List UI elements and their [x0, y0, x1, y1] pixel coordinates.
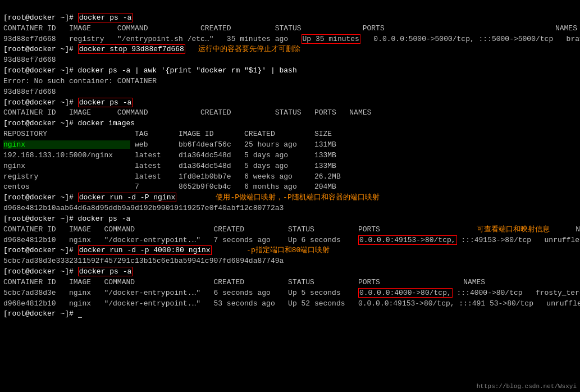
prompt-1: [root@docker ~]# docker ps -a	[3, 13, 133, 22]
stop-output: 93d88ef7d668	[3, 56, 56, 64]
img-centos: centos 7 8652b9f0cb4c 6 months ago 204MB	[3, 183, 336, 191]
container-row-3: 5cbc7ad38d3e nginx "/docker-entrypoint.……	[3, 288, 580, 298]
prompt-2: [root@docker ~]# docker stop 93d88ef7d66…	[3, 44, 300, 54]
prompt-6: [root@docker ~]# docker run -d -P nginx …	[3, 193, 380, 202]
header-line-2: CONTAINER ID IMAGE COMMAND CREATED STATU…	[3, 108, 371, 117]
run-output-2: 5cbc7ad38d3e3332311592f457291c13b15c6e1b…	[3, 257, 284, 265]
prompt-7: [root@docker ~]# docker ps -a	[3, 215, 130, 223]
header-line-3: CONTAINER ID IMAGE COMMAND CREATED STATU…	[3, 225, 580, 234]
prompt-3: [root@docker ~]# docker ps -a | awk '{pr…	[3, 66, 297, 75]
img-registry-nginx: 192.168.133.10:5000/nginx latest d1a364d…	[3, 151, 336, 159]
header-line-1: CONTAINER ID IMAGE COMMAND CREATED STATU…	[3, 24, 577, 33]
run-output-1: d968e4812b10aab64d6a8d95ddb9a9d192b99019…	[3, 204, 284, 212]
prompt-4: [root@docker ~]# docker ps -a	[3, 98, 133, 107]
watermark: https://blog.csdn.net/Wsxyi	[477, 383, 577, 390]
prompt-final: [root@docker ~]# █	[3, 309, 82, 318]
images-header: REPOSITORY TAG IMAGE ID CREATED SIZE	[3, 130, 332, 138]
img-nginx-web: nginx web bb6f4deaf56c 25 hours ago 131M…	[3, 140, 336, 149]
prompt-9: [root@docker ~]# docker ps -a	[3, 267, 133, 276]
img-registry: registry latest 1fd8e1b0bb7e 6 weeks ago…	[3, 172, 341, 181]
img-nginx-latest: nginx latest d1a364dc548d 5 days ago 133…	[3, 162, 336, 170]
prompt-8: [root@docker ~]# docker run -d -p 4000:8…	[3, 245, 330, 255]
prompt-5: [root@docker ~]# docker images	[3, 119, 135, 127]
error-line: Error: No such container: CONTAINER	[3, 77, 157, 85]
terminal-window: [root@docker ~]# docker ps -a CONTAINER …	[0, 0, 580, 322]
container-row-2: d968e4812b10 nginx "/docker-entrypoint.……	[3, 235, 580, 245]
removed-id: 93d88ef7d668	[3, 88, 56, 96]
header-line-4: CONTAINER ID IMAGE COMMAND CREATED STATU…	[3, 278, 485, 286]
container-row-1: 93d88ef7d668 registry "/entrypoint.sh /e…	[3, 34, 580, 44]
container-row-4: d968e4812b10 nginx "/docker-entrypoint.……	[3, 299, 580, 308]
